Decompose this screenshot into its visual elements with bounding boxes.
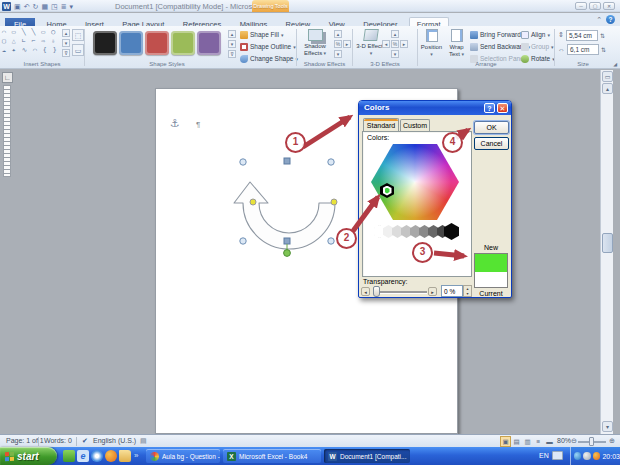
rotation-handle[interactable] [284,250,291,257]
shape-fill-button[interactable]: Shape Fill▾ [240,29,283,40]
tab-custom[interactable]: Custom [400,119,430,131]
dialog-close-icon[interactable]: ✕ [497,103,508,113]
tilt-down-icon[interactable]: ▾ [391,50,399,58]
draft-view-icon[interactable]: ▬ [544,436,555,447]
cancel-button[interactable]: Cancel [474,137,509,150]
styles-more-icon[interactable]: ⊽ [228,50,236,58]
tray-volume-icon[interactable] [583,452,590,460]
shapes-row-1[interactable]: ⌒ ▭ ╲ ╲ ▭ ◯ [2,28,56,36]
shape-width-field[interactable]: ⇔ 6,1 cm ⇅ [558,43,606,55]
shapes-row-2[interactable]: ▢ △ ∟ ⌐ ⇨ ⇩ [2,37,56,45]
transparency-left-arrow-icon[interactable]: ◂ [361,287,370,296]
shape-style-swatch-purple[interactable] [197,31,221,55]
redo-icon[interactable]: ↻ [33,2,39,11]
transparency-track[interactable] [373,291,427,293]
quick-launch-app-icon[interactable] [63,450,75,462]
folder-icon[interactable] [119,450,131,462]
zoom-out-icon[interactable]: ⊖ [571,437,577,445]
globe-icon[interactable] [91,450,103,462]
size-dialog-launcher-icon[interactable]: ◢ [613,61,617,67]
toggle-shadow-icon[interactable]: % [334,40,342,48]
tab-standard[interactable]: Standard [363,118,399,131]
zoom-level[interactable]: 80% [557,437,571,444]
minimize-ribbon-icon[interactable]: ⌃ [596,16,602,24]
group-button[interactable]: Group▾ [521,41,554,52]
start-button[interactable]: start [0,447,57,465]
insert-shapes-gallery[interactable]: ⌒ ▭ ╲ ╲ ▭ ◯▢ △ ∟ ⌐ ⇨ ⇩☁ ✦ ∿ ⌒ { } [2,28,62,55]
ok-button[interactable]: OK [474,121,509,134]
shape-height-field[interactable]: ⇕ 5,54 cm ⇅ [558,29,605,41]
undo-icon[interactable]: ↶ [24,2,30,11]
web-layout-view-icon[interactable]: ▥ [522,436,533,447]
shadow-effects-button[interactable]: Shadow Effects ▾ [300,28,330,56]
toggle-3d-icon[interactable]: % [391,40,399,48]
width-stepper-icon[interactable]: ⇅ [601,46,606,53]
styles-scroll-down-icon[interactable]: ▾ [228,40,236,48]
proofing-icon[interactable]: ✔ [82,437,88,445]
macro-icon[interactable]: ▤ [140,437,147,445]
outline-view-icon[interactable]: ≡ [533,436,544,447]
internet-explorer-icon[interactable]: e [77,450,89,462]
height-stepper-icon[interactable]: ⇅ [600,32,605,39]
grayscale-hexagons[interactable] [376,225,448,239]
tray-network-icon[interactable] [574,452,581,460]
qat-dropdown-icon[interactable]: ▾ [70,2,74,11]
position-button[interactable]: Position ▾ [420,28,443,57]
dialog-help-icon[interactable]: ? [484,103,495,113]
shapes-row-3[interactable]: ☁ ✦ ∿ ⌒ { } [2,46,58,54]
handle-bottom-right[interactable] [328,238,334,244]
quick-launch-overflow-icon[interactable]: » [134,451,138,460]
keyboard-tray-icon[interactable] [552,451,563,460]
handle-bottom-middle[interactable] [284,238,290,244]
close-icon[interactable]: ✕ [603,2,615,10]
zoom-in-icon[interactable]: ⊕ [609,437,615,445]
zoom-slider-thumb[interactable] [589,437,594,446]
ruler-toggle-icon[interactable]: ▭ [602,71,613,82]
transparency-right-arrow-icon[interactable]: ▸ [428,287,437,296]
shape-outline-button[interactable]: Shape Outline▾ [240,41,296,52]
width-value[interactable]: 6,1 cm [567,44,599,55]
transparency-spinner-icons[interactable]: ▴▾ [463,285,472,297]
task-button-excel[interactable]: X Microsoft Excel - Book4 [223,449,321,463]
shape-style-swatch-green[interactable] [171,31,195,55]
handle-top-middle[interactable] [284,158,290,164]
tilt-up-icon[interactable]: ▴ [391,30,399,38]
nudge-shadow-up-icon[interactable]: ▴ [334,30,342,38]
word-count[interactable]: Words: 0 [44,437,72,444]
shapes-scroll-down-icon[interactable]: ▾ [62,39,70,47]
adjust-handle-right[interactable] [331,199,337,205]
task-button-browser[interactable]: Aula bg - Question - ... [146,449,220,463]
list-icon[interactable]: ≣ [61,2,67,11]
shapes-more-icon[interactable]: ⊽ [62,49,70,57]
handle-top-left[interactable] [240,159,246,165]
language-tray-indicator[interactable]: EN [539,452,549,459]
nudge-shadow-down-icon[interactable]: ▾ [334,50,342,58]
text-box-icon[interactable]: ▭ [72,44,84,56]
vertical-ruler[interactable] [3,85,11,177]
scroll-up-icon[interactable]: ▴ [602,83,613,94]
shape-style-swatch-blue[interactable] [119,31,143,55]
edit-shape-icon[interactable]: ⬚ [72,29,84,41]
tray-update-icon[interactable] [593,452,600,460]
shapes-scroll-up-icon[interactable]: ▴ [62,29,70,37]
vertical-scrollbar[interactable]: ▭ ▴ ▾ [600,70,613,434]
height-value[interactable]: 5,54 cm [566,30,598,41]
firefox-icon[interactable] [105,450,117,462]
nudge-shadow-right-icon[interactable]: ▸ [343,40,351,48]
tilt-right-icon[interactable]: ▸ [400,40,408,48]
styles-scroll-up-icon[interactable]: ▴ [228,30,236,38]
help-icon[interactable]: ? [606,15,615,24]
scroll-thumb[interactable] [602,233,613,253]
word-logo-icon[interactable]: W [2,2,11,11]
align-button[interactable]: Align▾ [521,29,550,40]
shape-style-swatch-black[interactable] [93,31,117,55]
draw-icon[interactable]: ◳ [51,2,58,11]
transparency-value[interactable]: 0 % [441,285,463,297]
color-hexagon-picker[interactable] [371,144,459,220]
print-layout-view-icon[interactable]: ▣ [500,436,511,447]
curved-arrow-shape[interactable] [215,148,350,263]
scroll-down-icon[interactable]: ▾ [602,421,613,432]
tilt-left-icon[interactable]: ◂ [382,40,390,48]
transparency-thumb[interactable] [373,286,380,297]
tab-selector[interactable]: ∟ [2,72,13,83]
